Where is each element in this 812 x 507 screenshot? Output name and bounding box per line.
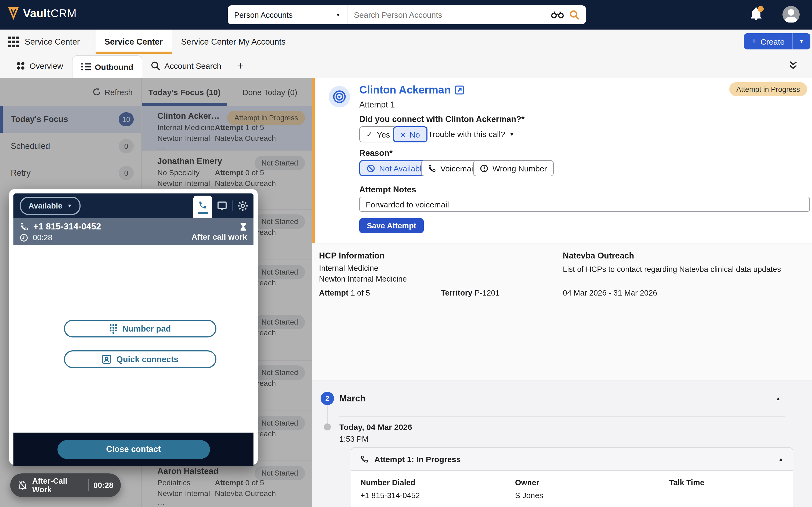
create-dropdown-button[interactable]: ▼ [793, 33, 810, 49]
tab-overview[interactable]: Overview [7, 54, 72, 78]
divider [89, 35, 90, 49]
gear-icon[interactable] [237, 201, 248, 211]
timeline-month: March [339, 393, 366, 404]
notifications-bell[interactable] [750, 7, 763, 21]
softphone-body: Number pad Quick connects [13, 245, 253, 433]
active-call-band: +1 815-314-0452 00:28 After call wor [13, 218, 253, 245]
connect-question: Did you connect with Clinton Ackerman?* [359, 114, 524, 124]
softphone-widget: Available▼ [9, 189, 258, 465]
alert-circle-icon [480, 164, 488, 172]
list-icon [81, 63, 90, 71]
overview-grid-icon [16, 61, 25, 70]
add-tab-button[interactable]: + [230, 60, 251, 72]
account-name-link[interactable]: Clinton Ackerman [359, 84, 464, 96]
owner-value: S Jones [515, 491, 543, 500]
hcp-attempt-count: Attempt 1 of 5 [319, 289, 370, 297]
object-selector-value: Person Accounts [234, 10, 293, 19]
app-launcher-icon[interactable] [7, 36, 19, 48]
clock-icon [20, 233, 28, 241]
external-link-icon [455, 86, 464, 95]
plus-icon: + [751, 36, 757, 47]
workspace-tab-bar: Overview Outbound Account Search + [0, 54, 812, 78]
campaign-title: Natevba Outreach [563, 251, 634, 261]
phone-icon [20, 222, 28, 231]
app-window: VaultCRM Person Accounts ▼ [0, 0, 812, 507]
object-selector-dropdown[interactable]: Person Accounts ▼ [228, 5, 348, 24]
call-attempt-section: Clinton Ackerman Attempt 1 Attempt in Pr… [312, 78, 812, 243]
create-split-button[interactable]: + Create ▼ [744, 33, 810, 49]
divider [232, 201, 233, 211]
campaign-column: Natevba Outreach List of HCPs to contact… [563, 243, 799, 380]
dialpad-icon [110, 324, 117, 333]
double-chevron-down-icon[interactable] [788, 61, 798, 70]
muted-bell-icon [18, 480, 27, 491]
trouble-with-call-dropdown[interactable]: Trouble with this call?▼ [428, 129, 514, 138]
tab-service-center-my-accounts[interactable]: Service Center My Accounts [172, 30, 295, 54]
timeline-day: Today, 04 Mar 2026 [339, 422, 412, 432]
reason-wrong-number[interactable]: Wrong Number [473, 160, 554, 176]
notes-panel-icon[interactable] [217, 201, 227, 211]
divider [88, 479, 88, 491]
chevron-down-icon: ▼ [67, 203, 72, 209]
phone-icon [360, 455, 368, 463]
binoculars-icon[interactable] [551, 11, 564, 19]
agent-status-dropdown[interactable]: Available▼ [20, 197, 80, 215]
reason-voicemail[interactable]: Voicemail [421, 160, 482, 176]
timeline-section: 2 March ▲ Today, 04 Mar 2026 1:53 PM Att… [312, 380, 812, 507]
yes-button[interactable]: ✓ Yes [359, 126, 397, 143]
campaign-description: List of HCPs to contact regarding Natevb… [563, 265, 794, 274]
attempt-notes-input[interactable] [359, 197, 810, 212]
quick-connects-button[interactable]: Quick connects [64, 350, 216, 368]
phone-icon [198, 200, 207, 209]
attempt-number: Attempt 1 [359, 100, 395, 110]
call-state-label: After call work [191, 232, 247, 241]
app-tab-bar: Service Center Service Center Service Ce… [0, 30, 812, 54]
timeline-month-count-badge: 2 [321, 392, 334, 405]
status-badge: Attempt in Progress [729, 82, 807, 96]
bullseye-icon [332, 90, 347, 104]
target-avatar [329, 86, 350, 108]
hcp-info-title: HCP Information [319, 251, 384, 261]
hourglass-icon [240, 222, 247, 231]
save-attempt-button[interactable]: Save Attempt [359, 218, 424, 233]
no-button[interactable]: × No [393, 126, 428, 143]
no-entry-icon [367, 164, 375, 172]
global-search: Person Accounts ▼ [228, 5, 586, 24]
close-contact-button[interactable]: Close contact [57, 440, 210, 459]
number-pad-button[interactable]: Number pad [64, 320, 216, 337]
user-avatar[interactable] [783, 6, 800, 23]
search-icon[interactable] [569, 10, 579, 20]
hcp-specialty: Internal Medicine [319, 264, 378, 272]
collapse-card-caret[interactable]: ▲ [778, 456, 784, 462]
dialed-number: +1 815-314-0452 [33, 221, 101, 232]
hcp-territory: Territory P-1201 [441, 289, 500, 297]
phone-icon [428, 164, 436, 172]
talk-time-label: Talk Time [669, 478, 704, 487]
tab-service-center[interactable]: Service Center [95, 30, 172, 54]
x-icon: × [400, 130, 405, 139]
collapse-month-caret[interactable]: ▲ [775, 395, 781, 401]
person-icon [783, 6, 800, 23]
hcp-organization: Newton Internal Medicine [319, 275, 407, 283]
create-button[interactable]: + Create [744, 33, 792, 49]
acw-timer: 00:28 [93, 481, 113, 490]
after-call-work-pill[interactable]: After-Call Work 00:28 [10, 473, 121, 497]
top-nav: VaultCRM Person Accounts ▼ [0, 0, 812, 30]
phone-view-tab[interactable] [193, 195, 212, 218]
check-icon: ✓ [366, 130, 372, 138]
reason-label: Reason* [359, 148, 392, 158]
vault-crm-logo: VaultCRM [7, 6, 76, 20]
tab-account-search[interactable]: Account Search [142, 54, 230, 78]
attempt-card-title: Attempt 1: In Progress [374, 454, 461, 463]
timeline-time: 1:53 PM [339, 435, 368, 443]
search-input[interactable] [348, 10, 551, 19]
call-timer: 00:28 [33, 233, 52, 242]
attempt-card-header[interactable]: Attempt 1: In Progress ▲ [351, 448, 793, 471]
search-tab-icon [151, 61, 160, 70]
app-title: Service Center [25, 37, 80, 47]
vault-logo-icon [7, 6, 19, 20]
attempt-card-body: Number Dialed +1 815-314-0452 Owner S Jo… [351, 471, 793, 507]
active-tab-indicator [197, 212, 208, 214]
tab-outbound[interactable]: Outbound [72, 55, 142, 78]
number-dialed-label: Number Dialed [360, 478, 416, 487]
